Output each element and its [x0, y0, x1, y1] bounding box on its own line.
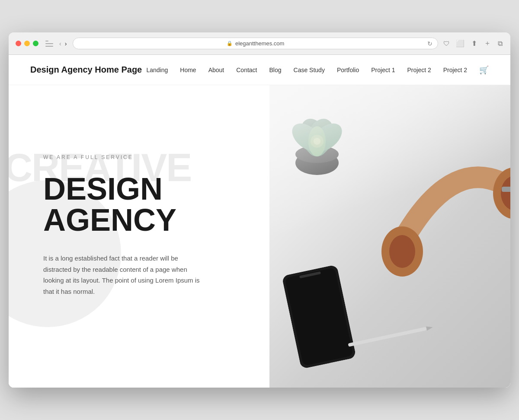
hero-title-line1: DESIGN — [43, 172, 163, 206]
hero-left: CREATIVE WE ARE A FULL SERVICE DESIGN AG… — [9, 85, 269, 388]
hero-tagline: WE ARE A FULL SERVICE — [43, 154, 248, 160]
extensions-icon[interactable]: ⬜ — [455, 38, 465, 48]
nav-links: Landing Home About Contact Blog Case Stu… — [146, 65, 489, 75]
hero-right — [269, 85, 510, 388]
nav-link-case-study[interactable]: Case Study — [294, 67, 325, 73]
new-tab-icon[interactable]: ＋ — [483, 38, 492, 49]
nav-link-contact[interactable]: Contact — [236, 67, 257, 73]
browser-window: ‹ › 🔒 elegantthemes.com ↻ 🛡 ⬜ ⬆ ＋ ⧉ Desi… — [9, 32, 510, 388]
browser-chrome: ‹ › 🔒 elegantthemes.com ↻ 🛡 ⬜ ⬆ ＋ ⧉ — [9, 32, 510, 55]
website-content: Design Agency Home Page Landing Home Abo… — [9, 55, 510, 388]
nav-arrows: ‹ › — [58, 39, 67, 48]
hero-title: DESIGN AGENCY — [43, 173, 248, 235]
hero-section: CREATIVE WE ARE A FULL SERVICE DESIGN AG… — [9, 85, 510, 388]
shield-icon: 🛡 — [443, 40, 450, 47]
cart-icon[interactable]: 🛒 — [479, 66, 489, 74]
nav-link-project2b[interactable]: Project 2 — [443, 67, 467, 73]
share-icon[interactable]: ⬆ — [471, 38, 478, 48]
nav-link-portfolio[interactable]: Portfolio — [337, 67, 359, 73]
nav-link-about[interactable]: About — [208, 67, 224, 73]
nav-link-blog[interactable]: Blog — [269, 67, 281, 73]
sidebar-toggle-icon[interactable] — [45, 41, 53, 47]
tab-overview-icon[interactable]: ⧉ — [497, 39, 503, 48]
hero-content: WE ARE A FULL SERVICE DESIGN AGENCY It i… — [43, 154, 248, 297]
close-button[interactable] — [16, 41, 21, 46]
forward-button[interactable]: › — [64, 39, 68, 48]
hero-description: It is a long established fact that a rea… — [43, 253, 208, 297]
site-logo: Design Agency Home Page — [30, 65, 142, 75]
fullscreen-button[interactable] — [33, 41, 38, 46]
minimize-button[interactable] — [24, 41, 30, 46]
address-bar[interactable]: 🔒 elegantthemes.com ↻ — [73, 38, 438, 49]
back-button[interactable]: ‹ — [58, 39, 62, 48]
url-text: elegantthemes.com — [235, 40, 284, 47]
traffic-lights — [16, 41, 38, 46]
refresh-icon[interactable]: ↻ — [427, 40, 432, 47]
hero-image — [269, 85, 510, 388]
browser-actions: 🛡 ⬜ ⬆ ＋ ⧉ — [443, 38, 503, 49]
nav-link-landing[interactable]: Landing — [146, 67, 168, 73]
image-overlay — [269, 85, 510, 388]
nav-link-project2[interactable]: Project 2 — [407, 67, 431, 73]
browser-controls — [45, 41, 53, 47]
hero-title-line2: AGENCY — [43, 203, 176, 237]
nav-link-home[interactable]: Home — [180, 67, 196, 73]
site-navigation: Design Agency Home Page Landing Home Abo… — [9, 55, 510, 85]
lock-icon: 🔒 — [227, 41, 233, 46]
nav-link-project1[interactable]: Project 1 — [371, 67, 395, 73]
